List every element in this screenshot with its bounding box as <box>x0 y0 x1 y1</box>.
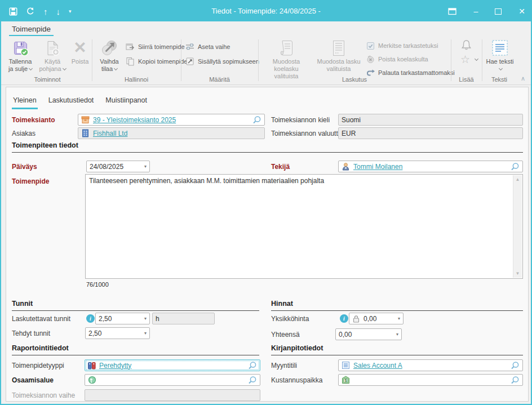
field-toimeksianto[interactable]: 39 - Yleistoimeksianto 2025 <box>78 114 265 126</box>
combo-laskutettavat-tunnit[interactable]: 2,50 ▾ <box>95 313 150 324</box>
copy-activity-button[interactable]: Kopioi toimenpide <box>126 56 187 67</box>
toimenpidetyyppi-link[interactable]: Perehdytty <box>99 362 131 370</box>
laskutettavat-value: 2,50 <box>99 315 112 323</box>
section-kirjanpitotiedot: Kirjanpitotiedot <box>271 344 523 355</box>
tab-muistiinpanot[interactable]: Muistiinpanot <box>104 95 148 109</box>
tab-yleinen[interactable]: Yleinen <box>12 95 38 109</box>
label-tekija: Tekijä <box>271 163 290 171</box>
create-draft-invoice-button[interactable]: Muodosta koelasku valituista <box>261 38 312 80</box>
group-label-teksti: Teksti <box>482 76 517 83</box>
laskutettavat-caret-icon[interactable]: ▾ <box>144 316 147 321</box>
account-ledger-icon <box>342 361 350 370</box>
favorite-star-button[interactable]: ☆ <box>460 54 478 65</box>
reminder-bell-button[interactable] <box>460 39 472 51</box>
remove-from-draft-invoice-button[interactable]: Poista koelaskulta <box>366 54 428 65</box>
label-toimeksiannon-vaihe: Toimeksiannon vaihe <box>12 391 75 399</box>
tuntiyksikko-value: h <box>156 315 159 323</box>
label-toimenpidetyyppi: Toimenpidetyyppi <box>12 362 64 370</box>
tekija-link[interactable]: Tommi Moilanen <box>353 163 402 171</box>
remove-from-draft-icon <box>366 55 375 64</box>
toimeksianto-link[interactable]: 39 - Yleistoimeksianto 2025 <box>93 116 176 124</box>
group-label-laskutus: Laskutus <box>258 76 451 83</box>
delete-button[interactable]: ✕ Poista <box>68 38 92 65</box>
get-text-chevron-icon[interactable] <box>499 66 503 70</box>
change-state-icon <box>95 38 123 58</box>
scroll-down-icon[interactable]: ▼ <box>513 269 522 278</box>
toimenpide-textarea[interactable]: Tilanteeseen perehtyminen, asiakkaan M.M… <box>85 174 523 279</box>
maximize-button[interactable] <box>495 8 502 15</box>
star-dropdown-chevron-icon[interactable] <box>475 56 478 60</box>
combo-tehdyt-tunnit[interactable]: 2,50 ▾ <box>85 327 150 339</box>
search-icon[interactable] <box>252 115 261 124</box>
myyntitili-link[interactable]: Sales Account A <box>353 362 402 370</box>
checkbox-check-icon <box>366 42 375 50</box>
get-text-label: Hae teksti <box>485 58 515 65</box>
yhteensa-caret-icon[interactable]: ▾ <box>396 332 398 337</box>
date-picker-paivays[interactable]: 24/08/2025 ▾ <box>86 161 150 172</box>
label-kustannuspaikka: Kustannuspaikka <box>271 376 322 384</box>
case-box-icon <box>81 115 90 124</box>
search-icon[interactable] <box>511 162 520 171</box>
yhteensa-value: 0,00 <box>339 331 352 339</box>
label-kieli: Toimeksiannon kieli <box>271 116 330 124</box>
change-state-chevron-icon[interactable] <box>114 66 118 70</box>
field-osaamisalue[interactable] <box>85 374 260 386</box>
collapse-ribbon-button[interactable]: ∧ <box>521 75 525 82</box>
field-kustannuspaikka[interactable]: $ <box>338 374 523 386</box>
close-button[interactable]: ✕ <box>518 7 525 15</box>
company-building-icon <box>81 129 90 137</box>
create-invoice-label-1: Muodosta lasku <box>314 58 363 65</box>
set-phase-icon <box>185 42 194 51</box>
character-counter: 76/1000 <box>86 281 109 288</box>
change-state-button[interactable]: Vaihda tilaa <box>95 38 123 73</box>
tehdyt-caret-icon[interactable]: ▾ <box>144 331 147 336</box>
label-toimenpide: Toimenpide <box>12 177 49 185</box>
search-icon[interactable] <box>511 361 520 370</box>
minimize-button[interactable]: – <box>473 7 478 15</box>
set-phase-button[interactable]: Aseta vaihe <box>185 41 230 52</box>
remove-from-draft-label: Poista koelaskulta <box>378 56 428 63</box>
ribbon-tab-toimenpide[interactable]: Toimenpide <box>9 24 54 37</box>
create-invoice-icon <box>314 38 363 58</box>
use-as-template-button[interactable]: Käytä pohjana <box>37 38 68 73</box>
mark-checked-button[interactable]: Merkitse tarkastetuksi <box>366 40 438 51</box>
field-myyntitili[interactable]: Sales Account A <box>338 359 523 371</box>
get-text-button[interactable]: Hae teksti <box>485 38 515 73</box>
asiakas-link[interactable]: Fishhall Ltd <box>93 130 127 137</box>
create-draft-invoice-label-1: Muodosta koelasku <box>261 58 312 73</box>
scroll-up-icon[interactable]: ▲ <box>513 175 522 184</box>
section-raportointitiedot: Raportointitiedot <box>12 344 259 355</box>
use-as-template-chevron-icon[interactable] <box>63 66 66 70</box>
combo-yksikkohinta[interactable]: 0,00 ▾ <box>349 313 404 324</box>
skill-head-icon <box>88 376 96 384</box>
textarea-scrollbar[interactable]: ▲ ▼ <box>513 175 522 278</box>
include-in-contract-button[interactable]: Sisällytä sopimukseen <box>185 56 259 67</box>
save-dropdown-chevron-icon[interactable] <box>29 66 33 70</box>
search-icon[interactable] <box>511 376 520 385</box>
create-invoice-button[interactable]: Muodosta lasku valituista <box>314 38 363 73</box>
combo-yhteensa[interactable]: 0,00 ▾ <box>335 328 402 340</box>
field-toimenpidetyyppi[interactable]: Perehdytty <box>85 359 260 371</box>
search-icon[interactable] <box>248 361 257 370</box>
yksikkohinta-caret-icon[interactable]: ▾ <box>398 316 400 321</box>
save-and-close-label-2: ja sulje <box>5 65 36 73</box>
copy-activity-icon <box>126 57 135 66</box>
search-icon[interactable] <box>248 376 257 385</box>
move-activity-button[interactable]: Siirrä toimenpide <box>126 41 185 52</box>
save-and-close-icon <box>5 38 36 58</box>
tab-laskutustiedot[interactable]: Laskutustiedot <box>47 95 95 109</box>
content-panel: Yleinen Laskutustiedot Muistiinpanot Toi… <box>6 87 529 402</box>
group-label-maarita: Määritä <box>181 76 258 83</box>
save-and-close-button[interactable]: Tallenna ja sulje <box>5 38 36 73</box>
change-state-label-1: Vaihda <box>95 58 123 65</box>
toimenpide-text: Tilanteeseen perehtyminen, asiakkaan M.M… <box>89 177 510 185</box>
date-dropdown-caret-icon[interactable]: ▾ <box>144 164 147 169</box>
revert-unchecked-label: Palauta tarkastamattomaksi <box>378 69 455 76</box>
dock-window-icon[interactable] <box>448 7 456 15</box>
field-tekija[interactable]: Tommi Moilanen <box>338 161 523 172</box>
delete-x-icon: ✕ <box>73 40 86 56</box>
title-bar: ↑ ↓ ▾ Tiedot - Toimenpide: 24/08/2025 - … <box>1 1 531 21</box>
ribbon-tab-strip: Toimenpide <box>1 21 531 36</box>
info-icon[interactable]: i <box>340 314 348 323</box>
info-icon[interactable]: i <box>86 314 95 323</box>
